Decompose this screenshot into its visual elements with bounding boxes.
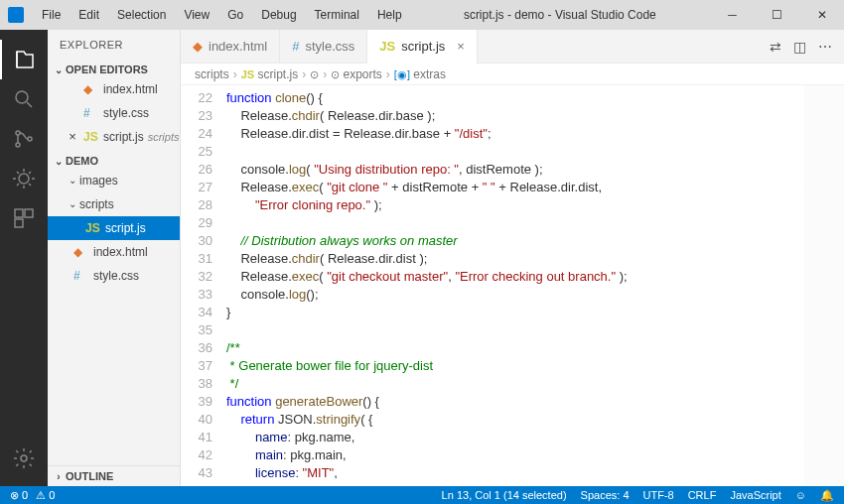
breadcrumb-0[interactable]: scripts bbox=[195, 67, 229, 81]
svg-rect-6 bbox=[25, 209, 33, 217]
code-editor[interactable]: 2223242526272829303132333435363738394041… bbox=[181, 85, 844, 486]
status-item[interactable]: JavaScript bbox=[730, 489, 780, 501]
close-tab-icon[interactable]: × bbox=[451, 39, 465, 54]
open-editor-style.css[interactable]: #style.css bbox=[48, 101, 180, 125]
source-control-icon[interactable] bbox=[0, 119, 48, 159]
notifications-icon[interactable]: 🔔 bbox=[820, 489, 834, 502]
editor-group: ◆index.html#style.cssJSscript.js× ⇄ ◫ ⋯ … bbox=[181, 30, 844, 486]
menu-terminal[interactable]: Terminal bbox=[307, 4, 367, 26]
breadcrumb[interactable]: scripts›JS script.js›⊙ ›⊙ exports›[◉] ex… bbox=[181, 63, 844, 85]
open-editor-script.js[interactable]: ×JSscript.jsscripts bbox=[48, 125, 180, 149]
menu-edit[interactable]: Edit bbox=[70, 4, 107, 26]
demo-folder-header[interactable]: ⌄DEMO bbox=[48, 153, 180, 169]
menu-debug[interactable]: Debug bbox=[253, 4, 304, 26]
tab-script.js[interactable]: JSscript.js× bbox=[367, 30, 478, 63]
open-editors-header[interactable]: ⌄OPEN EDITORS bbox=[48, 62, 180, 77]
feedback-icon[interactable]: ☺ bbox=[795, 489, 806, 501]
menu-bar: FileEditSelectionViewGoDebugTerminalHelp bbox=[34, 4, 410, 26]
folder-scripts[interactable]: ⌄scripts bbox=[48, 192, 180, 216]
svg-rect-7 bbox=[15, 219, 23, 227]
svg-point-2 bbox=[16, 143, 20, 147]
line-gutter: 2223242526272829303132333435363738394041… bbox=[181, 85, 226, 486]
status-item[interactable]: UTF-8 bbox=[643, 489, 674, 501]
menu-help[interactable]: Help bbox=[369, 4, 410, 26]
maximize-button[interactable]: ☐ bbox=[755, 0, 799, 30]
status-bar: ⊗0⚠0 Ln 13, Col 1 (14 selected)Spaces: 4… bbox=[0, 486, 844, 504]
svg-rect-5 bbox=[15, 209, 23, 217]
sidebar: EXPLORER ⌄OPEN EDITORS ◆index.html#style… bbox=[48, 30, 181, 486]
tabs-bar: ◆index.html#style.cssJSscript.js× ⇄ ◫ ⋯ bbox=[181, 30, 844, 63]
sidebar-header: EXPLORER bbox=[48, 30, 180, 60]
file-index.html[interactable]: ◆index.html bbox=[48, 240, 180, 264]
status-⚠[interactable]: ⚠0 bbox=[36, 489, 55, 502]
svg-point-8 bbox=[21, 455, 27, 461]
menu-go[interactable]: Go bbox=[219, 4, 251, 26]
settings-icon[interactable] bbox=[0, 439, 48, 478]
debug-icon[interactable] bbox=[0, 159, 48, 198]
code-body[interactable]: function clone() { Release.chdir( Releas… bbox=[226, 85, 844, 486]
status-item[interactable]: CRLF bbox=[688, 489, 717, 501]
menu-selection[interactable]: Selection bbox=[109, 4, 174, 26]
breadcrumb-1[interactable]: JS script.js bbox=[241, 67, 298, 81]
status-item[interactable]: Ln 13, Col 1 (14 selected) bbox=[442, 489, 567, 501]
close-button[interactable]: ✕ bbox=[799, 0, 844, 30]
status-⊗[interactable]: ⊗0 bbox=[10, 489, 28, 502]
tab-style.css[interactable]: #style.css bbox=[280, 30, 367, 63]
explorer-icon[interactable] bbox=[0, 40, 48, 79]
svg-point-3 bbox=[28, 137, 32, 141]
close-icon[interactable]: × bbox=[66, 127, 79, 147]
split-editor-icon[interactable]: ◫ bbox=[793, 39, 806, 55]
svg-point-1 bbox=[16, 131, 20, 135]
status-item[interactable]: Spaces: 4 bbox=[581, 489, 630, 501]
open-editor-index.html[interactable]: ◆index.html bbox=[48, 77, 180, 101]
more-actions-icon[interactable]: ⋯ bbox=[818, 39, 832, 55]
window-controls: ─ ☐ ✕ bbox=[710, 0, 844, 30]
minimap[interactable] bbox=[804, 85, 844, 486]
window-title: script.js - demo - Visual Studio Code bbox=[410, 8, 710, 22]
svg-point-0 bbox=[16, 91, 28, 103]
svg-point-4 bbox=[19, 174, 29, 184]
menu-file[interactable]: File bbox=[34, 4, 69, 26]
tab-index.html[interactable]: ◆index.html bbox=[181, 30, 280, 63]
menu-view[interactable]: View bbox=[176, 4, 217, 26]
breadcrumb-2[interactable]: ⊙ bbox=[310, 67, 319, 81]
activity-bar bbox=[0, 30, 48, 486]
titlebar: FileEditSelectionViewGoDebugTerminalHelp… bbox=[0, 0, 844, 30]
file-style.css[interactable]: #style.css bbox=[48, 264, 180, 288]
search-icon[interactable] bbox=[0, 79, 48, 119]
editor-actions: ⇄ ◫ ⋯ bbox=[770, 39, 844, 55]
breadcrumb-4[interactable]: [◉] extras bbox=[394, 67, 446, 81]
extensions-icon[interactable] bbox=[0, 198, 48, 238]
file-script.js[interactable]: JSscript.js bbox=[48, 216, 180, 240]
app-logo bbox=[8, 7, 24, 23]
compare-icon[interactable]: ⇄ bbox=[770, 39, 781, 55]
breadcrumb-3[interactable]: ⊙ exports bbox=[331, 67, 382, 81]
outline-header[interactable]: ›OUTLINE bbox=[48, 468, 180, 484]
minimize-button[interactable]: ─ bbox=[710, 0, 755, 30]
folder-images[interactable]: ⌄images bbox=[48, 169, 180, 192]
